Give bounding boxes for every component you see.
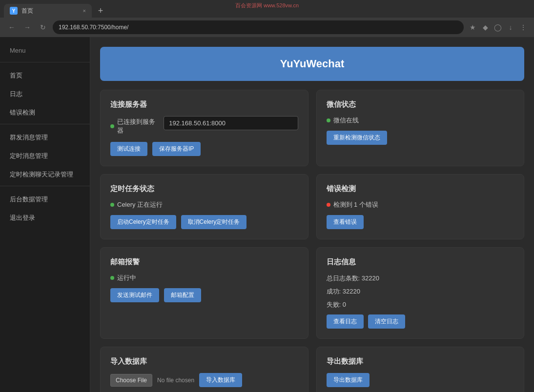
server-ip-input[interactable] bbox=[164, 116, 298, 130]
send-test-email-button[interactable]: 发送测试邮件 bbox=[110, 288, 159, 302]
start-celery-button[interactable]: 启动Celery定时任务 bbox=[110, 215, 176, 229]
address-text: 192.168.50.70:7500/home/ bbox=[59, 24, 128, 31]
email-card: 邮箱报警 运行中 发送测试邮件 邮箱配置 bbox=[100, 247, 308, 339]
import-db-card: 导入数据库 Choose File No file chosen 导入数据库 bbox=[100, 347, 308, 392]
wechat-card: 微信状态 微信在线 重新检测微信状态 bbox=[316, 90, 525, 166]
main-content: YuYuWechat 连接服务器 已连接到服务器 测试连接 保存服务器IP 微信… bbox=[90, 37, 534, 392]
browser-chrome: Y 首页 × + ← → ↻ 192.168.50.70:7500/home/ … bbox=[0, 0, 534, 37]
wechat-status-text: 微信在线 bbox=[333, 116, 359, 125]
sidebar-item-scheduled-msg[interactable]: 定时消息管理 bbox=[0, 147, 90, 165]
recheck-wechat-button[interactable]: 重新检测微信状态 bbox=[327, 131, 387, 145]
app-title: YuYuWechat bbox=[280, 58, 345, 70]
export-db-card: 导出数据库 导出数据库 bbox=[316, 347, 525, 392]
new-tab-button[interactable]: + bbox=[94, 4, 107, 18]
server-status-text: 已连接到服务器 bbox=[117, 118, 161, 135]
bookmark-icon[interactable]: ★ bbox=[468, 22, 477, 32]
sidebar-menu-label: Menu bbox=[0, 47, 90, 60]
view-log-button[interactable]: 查看日志 bbox=[327, 314, 364, 329]
server-card: 连接服务器 已连接到服务器 测试连接 保存服务器IP bbox=[100, 90, 308, 166]
wechat-status-dot bbox=[327, 118, 330, 122]
error-status-text: 检测到 1 个错误 bbox=[333, 200, 378, 209]
sidebar-item-logs[interactable]: 日志 bbox=[0, 85, 90, 103]
wechat-card-title: 微信状态 bbox=[327, 100, 514, 109]
address-bar[interactable]: 192.168.50.70:7500/home/ bbox=[53, 20, 464, 34]
sidebar-item-group-msg[interactable]: 群发消息管理 bbox=[0, 128, 90, 147]
sidebar-item-error-check[interactable]: 错误检测 bbox=[0, 103, 90, 122]
sidebar-divider-3 bbox=[0, 186, 90, 186]
download-icon[interactable]: ↓ bbox=[506, 22, 515, 32]
email-card-title: 邮箱报警 bbox=[110, 257, 298, 267]
email-status-dot bbox=[110, 276, 114, 280]
header-banner: YuYuWechat bbox=[100, 47, 524, 81]
forward-button[interactable]: → bbox=[21, 21, 33, 33]
sidebar: Menu 首页 日志 错误检测 群发消息管理 定时消息管理 定时检测聊天记录管理… bbox=[0, 37, 90, 392]
sidebar-divider-2 bbox=[0, 124, 90, 124]
server-status-row: 已连接到服务器 bbox=[110, 116, 298, 136]
browser-toolbar: ← → ↻ 192.168.50.70:7500/home/ ★ ◆ ◯ ↓ ⋮ bbox=[0, 18, 534, 37]
sidebar-item-data-mgmt[interactable]: 后台数据管理 bbox=[0, 190, 90, 209]
email-config-button[interactable]: 邮箱配置 bbox=[164, 288, 201, 302]
task-status-row: Celery 正在运行 bbox=[110, 200, 298, 209]
email-buttons: 发送测试邮件 邮箱配置 bbox=[110, 288, 298, 302]
server-card-title: 连接服务器 bbox=[110, 100, 298, 109]
import-db-button[interactable]: 导入数据库 bbox=[199, 373, 242, 387]
log-info-card-title: 日志信息 bbox=[327, 257, 514, 267]
tab-close-icon[interactable]: × bbox=[83, 8, 86, 14]
tab-favicon: Y bbox=[10, 7, 18, 15]
log-info-buttons: 查看日志 清空日志 bbox=[327, 314, 514, 329]
app-layout: Menu 首页 日志 错误检测 群发消息管理 定时消息管理 定时检测聊天记录管理… bbox=[0, 37, 534, 392]
profile-icon[interactable]: ◯ bbox=[493, 22, 503, 32]
error-card-title: 错误检测 bbox=[327, 184, 514, 194]
sidebar-item-logout[interactable]: 退出登录 bbox=[0, 209, 90, 227]
file-no-chosen-text: No file chosen bbox=[157, 377, 194, 384]
save-server-ip-button[interactable]: 保存服务器IP bbox=[152, 142, 201, 156]
menu-icon[interactable]: ⋮ bbox=[518, 22, 528, 32]
tab-bar: Y 首页 × + bbox=[0, 0, 534, 18]
choose-file-button[interactable]: Choose File bbox=[110, 374, 152, 387]
import-db-card-title: 导入数据库 bbox=[110, 357, 298, 366]
task-card: 定时任务状态 Celery 正在运行 启动Celery定时任务 取消Celery… bbox=[100, 174, 308, 239]
task-status-text: Celery 正在运行 bbox=[117, 200, 163, 209]
cancel-celery-button[interactable]: 取消Celery定时任务 bbox=[181, 215, 247, 229]
clear-log-button[interactable]: 清空日志 bbox=[368, 314, 405, 329]
task-card-title: 定时任务状态 bbox=[110, 184, 298, 194]
tab-title: 首页 bbox=[21, 7, 33, 15]
back-button[interactable]: ← bbox=[6, 21, 18, 33]
task-status-dot bbox=[110, 203, 114, 207]
error-card: 错误检测 检测到 1 个错误 查看错误 bbox=[316, 174, 525, 239]
error-status-row: 检测到 1 个错误 bbox=[327, 200, 514, 209]
email-status-text: 运行中 bbox=[117, 274, 136, 282]
card-grid: 连接服务器 已连接到服务器 测试连接 保存服务器IP 微信状态 微信在线 bbox=[100, 90, 524, 392]
log-total: 总日志条数: 32220 bbox=[327, 274, 514, 284]
export-db-button[interactable]: 导出数据库 bbox=[327, 373, 370, 387]
task-buttons: 启动Celery定时任务 取消Celery定时任务 bbox=[110, 215, 298, 229]
server-buttons: 测试连接 保存服务器IP bbox=[110, 142, 298, 156]
sidebar-divider bbox=[0, 62, 90, 62]
email-status-row: 运行中 bbox=[110, 274, 298, 282]
extensions-icon[interactable]: ◆ bbox=[480, 22, 490, 32]
sidebar-item-home[interactable]: 首页 bbox=[0, 66, 90, 85]
file-import-row: Choose File No file chosen 导入数据库 bbox=[110, 373, 298, 387]
log-success: 成功: 32220 bbox=[327, 287, 514, 297]
sidebar-item-scheduled-chat[interactable]: 定时检测聊天记录管理 bbox=[0, 165, 90, 184]
server-status-dot bbox=[110, 124, 114, 128]
wechat-status-row: 微信在线 bbox=[327, 116, 514, 125]
test-connection-button[interactable]: 测试连接 bbox=[110, 142, 147, 156]
view-error-button[interactable]: 查看错误 bbox=[327, 215, 364, 229]
toolbar-actions: ★ ◆ ◯ ↓ ⋮ bbox=[468, 22, 528, 32]
reload-button[interactable]: ↻ bbox=[37, 21, 49, 33]
log-failure: 失败: 0 bbox=[327, 300, 514, 310]
active-tab[interactable]: Y 首页 × bbox=[4, 4, 92, 18]
export-db-card-title: 导出数据库 bbox=[327, 357, 514, 366]
log-info-card: 日志信息 总日志条数: 32220 成功: 32220 失败: 0 查看日志 清… bbox=[316, 247, 525, 339]
error-status-dot bbox=[327, 203, 330, 207]
